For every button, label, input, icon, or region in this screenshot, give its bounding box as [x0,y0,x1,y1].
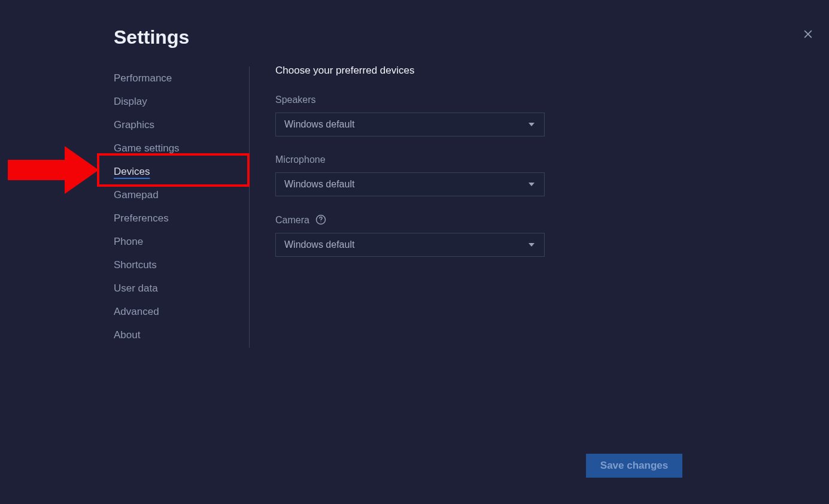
camera-value: Windows default [284,239,354,250]
microphone-value: Windows default [284,179,354,190]
camera-label: Camera [275,215,309,226]
speakers-select[interactable]: Windows default [275,113,545,136]
settings-sidebar: Performance Display Graphics Game settin… [97,66,250,348]
sidebar-item-devices[interactable]: Devices [114,160,249,183]
microphone-label: Microphone [275,154,326,165]
sidebar-item-about[interactable]: About [114,323,249,347]
sidebar-item-phone[interactable]: Phone [114,230,249,253]
speakers-label: Speakers [275,95,316,105]
speakers-value: Windows default [284,119,354,130]
save-changes-button[interactable]: Save changes [586,454,682,478]
microphone-field: Microphone Windows default [275,154,715,196]
sidebar-item-game-settings[interactable]: Game settings [114,136,249,160]
sidebar-item-graphics[interactable]: Graphics [114,113,249,136]
annotation-arrow-icon [8,146,99,194]
section-title: Choose your preferred devices [275,65,715,77]
sidebar-item-shortcuts[interactable]: Shortcuts [114,253,249,277]
sidebar-item-performance[interactable]: Performance [114,66,249,90]
chevron-down-icon [529,123,535,126]
sidebar-item-preferences[interactable]: Preferences [114,207,249,230]
chevron-down-icon [529,183,535,186]
help-icon[interactable] [315,214,326,225]
svg-point-1 [321,221,321,222]
chevron-down-icon [529,243,535,247]
sidebar-item-display[interactable]: Display [114,90,249,113]
close-icon [802,28,814,40]
camera-select[interactable]: Windows default [275,233,545,257]
sidebar-item-gamepad[interactable]: Gamepad [114,183,249,207]
camera-field: Camera Windows default [275,214,715,257]
page-title: Settings [114,26,189,48]
sidebar-item-advanced[interactable]: Advanced [114,300,249,323]
close-button[interactable] [801,27,815,41]
devices-panel: Choose your preferred devices Speakers W… [275,65,715,275]
microphone-select[interactable]: Windows default [275,172,545,196]
sidebar-item-user-data[interactable]: User data [114,277,249,300]
speakers-field: Speakers Windows default [275,95,715,136]
